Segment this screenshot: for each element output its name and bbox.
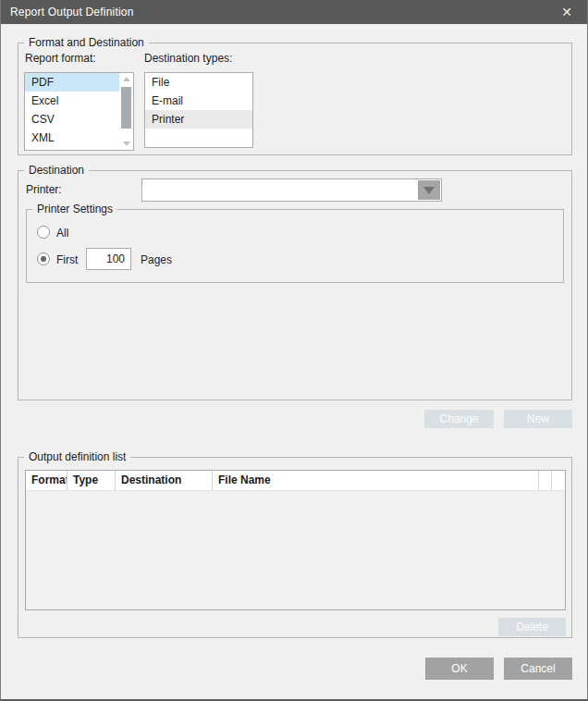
close-icon[interactable]: ✕ — [552, 0, 582, 24]
cancel-button[interactable]: Cancel — [504, 658, 572, 680]
report-format-scrollbar[interactable] — [119, 73, 133, 150]
list-item-csv[interactable]: CSV — [25, 110, 133, 129]
printer-combobox[interactable] — [141, 178, 442, 202]
destination-types-label: Destination types: — [144, 52, 232, 65]
chevron-down-icon — [423, 187, 435, 194]
list-item-email[interactable]: E-mail — [145, 92, 252, 110]
pages-label: Pages — [141, 253, 172, 266]
delete-button[interactable]: Delete — [498, 618, 566, 636]
printer-dropdown-button[interactable] — [418, 180, 440, 200]
scrollbar-thumb[interactable] — [121, 87, 131, 129]
group-title: Output definition list — [24, 450, 130, 464]
column-header-spacer — [539, 471, 552, 490]
group-title: Destination — [24, 164, 89, 178]
ok-button[interactable]: OK — [425, 658, 494, 680]
printer-label: Printer: — [26, 183, 62, 196]
output-definition-list-group: Output definition list Format Type Desti… — [18, 457, 572, 638]
scrollbar-up-icon[interactable] — [119, 73, 133, 86]
list-item-printer[interactable]: Printer — [145, 110, 252, 129]
first-pages-input[interactable] — [86, 248, 131, 270]
column-header-format[interactable]: Format — [26, 471, 67, 490]
output-definition-table: Format Type Destination File Name — [25, 470, 566, 610]
group-title: Format and Destination — [24, 36, 149, 50]
list-item-file[interactable]: File — [145, 73, 252, 92]
scrollbar-down-icon[interactable] — [119, 137, 133, 150]
column-header-destination[interactable]: Destination — [116, 471, 213, 490]
new-button[interactable]: New — [504, 410, 572, 428]
all-radio[interactable] — [37, 226, 50, 239]
change-button[interactable]: Change — [424, 410, 494, 428]
table-body-empty — [26, 491, 565, 610]
list-item-xml[interactable]: XML — [25, 129, 133, 147]
column-header-filler — [552, 471, 565, 490]
titlebar: Report Output Definition ✕ — [1, 0, 587, 24]
first-radio[interactable] — [37, 252, 50, 265]
all-radio-label: All — [56, 227, 68, 240]
report-format-listbox[interactable]: PDF Excel CSV XML — [24, 72, 134, 151]
report-output-definition-dialog: Report Output Definition ✕ Format and De… — [0, 0, 588, 701]
list-item-pdf[interactable]: PDF — [25, 73, 133, 92]
report-format-label: Report format: — [25, 52, 96, 65]
first-radio-label: First — [56, 253, 78, 266]
destination-types-listbox[interactable]: File E-mail Printer — [144, 72, 253, 148]
window-title: Report Output Definition — [1, 6, 134, 18]
list-item-excel[interactable]: Excel — [25, 92, 133, 110]
destination-group: Destination Printer: Printer Settings Al… — [18, 170, 572, 400]
format-and-destination-group: Format and Destination Report format: PD… — [18, 43, 572, 155]
column-header-type[interactable]: Type — [67, 471, 116, 490]
column-header-file-name[interactable]: File Name — [213, 471, 539, 490]
printer-settings-group: Printer Settings All First Pages — [26, 209, 564, 283]
table-header-row: Format Type Destination File Name — [26, 471, 565, 491]
group-title: Printer Settings — [32, 203, 117, 216]
